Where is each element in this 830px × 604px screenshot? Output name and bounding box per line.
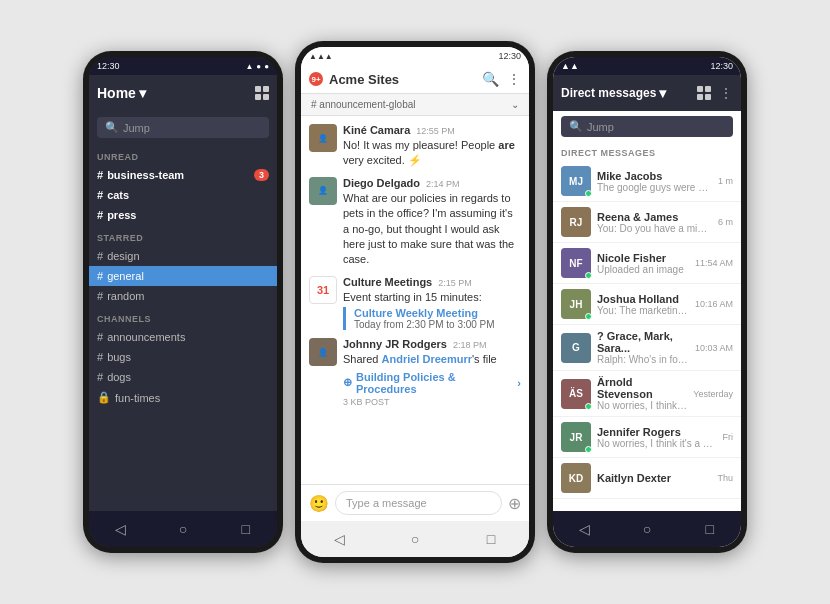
channel-bugs[interactable]: # bugs xyxy=(89,347,277,367)
dm-nav-icons: ⋮ xyxy=(697,85,733,101)
channel-dogs[interactable]: # dogs xyxy=(89,367,277,387)
online-indicator-5 xyxy=(585,403,592,410)
avatar-diego: 👤 xyxy=(309,177,337,205)
grid-icon-right[interactable] xyxy=(697,86,711,100)
recents-button-right[interactable]: □ xyxy=(695,519,725,539)
message-4-file: 👤 Johnny JR Rodgers 2:18 PM Shared Andri… xyxy=(309,338,521,406)
search-bar-left[interactable]: 🔍 Jump xyxy=(97,117,269,138)
signal-icons: ▲▲▲ xyxy=(309,52,333,61)
chat-header: 9+ Acme Sites 🔍 ⋮ xyxy=(301,65,529,94)
avatar-kine: 👤 xyxy=(309,124,337,152)
sidebar-content: 🔍 Jump UNREAD # business-team 3 xyxy=(89,111,277,511)
status-bar-left: 12:30 ▲ ● ● xyxy=(89,57,277,75)
more-icon-right[interactable]: ⋮ xyxy=(719,85,733,101)
emoji-icon[interactable]: 🙂 xyxy=(309,494,329,513)
dm-item-3[interactable]: JH Joshua Holland You: The marketing tea… xyxy=(553,284,741,325)
notification-badge: 9+ xyxy=(309,72,323,86)
channel-design[interactable]: # design xyxy=(89,246,277,266)
shared-label: Shared Andriel Dreemurr's file xyxy=(343,352,521,367)
dm-item-6[interactable]: JR Jennifer Rogers No worries, I think i… xyxy=(553,417,741,458)
sender-diego: Diego Delgado xyxy=(343,177,420,189)
sidebar-screen: 12:30 ▲ ● ● Home ▾ xyxy=(89,57,277,547)
channels-header: CHANNELS xyxy=(89,306,277,327)
time-msg1: 12:55 PM xyxy=(416,126,455,136)
chat-screen: ▲▲▲ 12:30 9+ Acme Sites 🔍 ⋮ xyxy=(301,47,529,557)
back-button-center[interactable]: ◁ xyxy=(324,529,354,549)
bottom-nav-left: ◁ ○ □ xyxy=(89,511,277,547)
search-bar-right[interactable]: 🔍 Jump xyxy=(561,116,733,137)
dm-avatar-5: ÄS xyxy=(561,379,591,409)
chat-nav-icons: 🔍 ⋮ xyxy=(482,71,521,87)
back-button-left[interactable]: ◁ xyxy=(105,519,135,539)
recents-button-left[interactable]: □ xyxy=(231,519,261,539)
bottom-nav-center: ◁ ○ □ xyxy=(301,521,529,557)
phone-left: 12:30 ▲ ● ● Home ▾ xyxy=(83,51,283,553)
chat-input-bar: 🙂 Type a message ⊕ xyxy=(301,484,529,521)
dm-avatar-3: JH xyxy=(561,289,591,319)
bottom-nav-right: ◁ ○ □ xyxy=(553,511,741,547)
channel-cats[interactable]: # cats xyxy=(89,185,277,205)
sender-johnny: Johnny JR Rodgers xyxy=(343,338,447,350)
msg-text-1: No! It was my pleasure! People are very … xyxy=(343,138,521,169)
shared-file: ⊕ Building Policies & Procedures › 3 KB … xyxy=(343,371,521,407)
unread-header: UNREAD xyxy=(89,144,277,165)
channel-general[interactable]: # general xyxy=(89,266,277,286)
channel-press[interactable]: # press xyxy=(89,205,277,225)
time-right: 12:30 xyxy=(710,61,733,71)
dm-avatar-6: JR xyxy=(561,422,591,452)
nav-bar-left: Home ▾ xyxy=(89,75,277,111)
dm-item-2[interactable]: NF Nicole Fisher Uploaded an image 11:54… xyxy=(553,243,741,284)
time-msg4: 2:18 PM xyxy=(453,340,487,350)
dm-item-5[interactable]: ÄS Ärnold Stevenson No worries, I think … xyxy=(553,371,741,417)
sender-kine: Kiné Camara xyxy=(343,124,410,136)
time-center: 12:30 xyxy=(498,51,521,61)
home-title[interactable]: Home ▾ xyxy=(97,85,146,101)
status-bar-center: ▲▲▲ 12:30 xyxy=(301,47,529,65)
home-button-center[interactable]: ○ xyxy=(400,529,430,549)
dm-avatar-7: KD xyxy=(561,463,591,493)
dm-item-4[interactable]: G ? Grace, Mark, Sara... Ralph: Who's in… xyxy=(553,325,741,371)
search-icon[interactable]: 🔍 xyxy=(482,71,499,87)
chat-title: Acme Sites xyxy=(329,72,399,87)
dm-header: Direct messages ▾ ⋮ xyxy=(553,75,741,111)
channel-random[interactable]: # random xyxy=(89,286,277,306)
message-input[interactable]: Type a message xyxy=(335,491,502,515)
recents-button-center[interactable]: □ xyxy=(476,529,506,549)
avatar-calendar: 31 xyxy=(309,276,337,304)
home-button-right[interactable]: ○ xyxy=(632,519,662,539)
file-link[interactable]: ⊕ Building Policies & Procedures › xyxy=(343,371,521,395)
event-title[interactable]: Culture Weekly Meeting xyxy=(354,307,521,319)
add-icon[interactable]: ⊕ xyxy=(508,494,521,513)
chat-messages: 👤 Kiné Camara 12:55 PM No! It was my ple… xyxy=(301,116,529,484)
dm-avatar-4: G xyxy=(561,333,591,363)
grid-icon[interactable] xyxy=(255,86,269,100)
nav-icons-left xyxy=(255,86,269,100)
avatar-johnny: 👤 xyxy=(309,338,337,366)
starred-header: STARRED xyxy=(89,225,277,246)
status-icons-left: ▲ ● ● xyxy=(245,62,269,71)
channel-announcements[interactable]: # announcements xyxy=(89,327,277,347)
screenshot-container: 12:30 ▲ ● ● Home ▾ xyxy=(0,0,830,604)
dm-title[interactable]: Direct messages ▾ xyxy=(561,85,666,101)
dm-item-0[interactable]: MJ Mike Jacobs The google guys were play… xyxy=(553,161,741,202)
channel-fun-times[interactable]: 🔒 fun-times xyxy=(89,387,277,408)
time-left: 12:30 xyxy=(97,61,120,71)
dm-item-1[interactable]: RJ Reena & James You: Do you have a minu… xyxy=(553,202,741,243)
online-indicator-0 xyxy=(585,190,592,197)
more-icon[interactable]: ⋮ xyxy=(507,71,521,87)
msg-text-2: What are our policies in regards to pets… xyxy=(343,191,521,268)
home-button-left[interactable]: ○ xyxy=(168,519,198,539)
event-time: Today from 2:30 PM to 3:00 PM xyxy=(354,319,521,330)
status-bar-right: ▲▲ 12:30 xyxy=(553,57,741,75)
dm-item-7[interactable]: KD Kaitlyn Dexter Thu xyxy=(553,458,741,499)
msg-text-3: Event starting in 15 minutes: xyxy=(343,290,521,305)
message-1: 👤 Kiné Camara 12:55 PM No! It was my ple… xyxy=(309,124,521,169)
phone-right: ▲▲ 12:30 Direct messages ▾ xyxy=(547,51,747,553)
dm-avatar-2: NF xyxy=(561,248,591,278)
dm-section-header: DIRECT MESSAGES xyxy=(553,142,741,161)
online-indicator-6 xyxy=(585,446,592,453)
time-msg2: 2:14 PM xyxy=(426,179,460,189)
channel-business-team[interactable]: # business-team 3 xyxy=(89,165,277,185)
back-button-right[interactable]: ◁ xyxy=(569,519,599,539)
event-card: Culture Weekly Meeting Today from 2:30 P… xyxy=(343,307,521,330)
